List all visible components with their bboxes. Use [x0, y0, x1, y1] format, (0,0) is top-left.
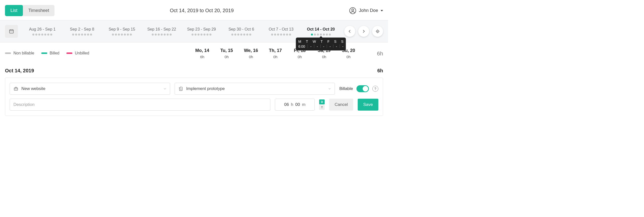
day-dot: [35, 33, 37, 35]
day-hours: 0h: [214, 55, 239, 59]
day-dot: [170, 33, 172, 35]
calendar-button[interactable]: [5, 25, 18, 38]
day-dot: [124, 33, 126, 35]
minutes-unit: m: [302, 102, 306, 107]
selected-date-heading: Oct 14, 2019: [5, 68, 34, 74]
view-list-button[interactable]: List: [5, 5, 23, 16]
day-label: Th, 17: [263, 48, 288, 53]
day-dot: [38, 33, 40, 35]
tooltip-day-label: S: [334, 39, 336, 43]
day-dot: [152, 33, 154, 35]
week-total-hours: 6h: [361, 50, 383, 57]
prev-week-button[interactable]: [344, 26, 355, 37]
billable-help-button[interactable]: ?: [372, 86, 378, 92]
time-mode-button[interactable]: T: [319, 105, 324, 110]
save-button[interactable]: Save: [358, 99, 378, 111]
day-dot: [84, 33, 86, 35]
week-slot-3[interactable]: Sep 16 - Sep 22: [142, 27, 182, 35]
week-day-dots: [182, 33, 222, 35]
week-slot-4[interactable]: Sep 23 - Sep 29: [182, 27, 222, 35]
week-tooltip: MTWTFSS6:00------: [296, 37, 346, 50]
day-dot: [280, 33, 282, 35]
swatch-non-billable: [5, 52, 11, 54]
checklist-icon: [178, 86, 183, 91]
day-dot: [200, 33, 202, 35]
time-entry-form: New website Implement prototype: [5, 78, 383, 116]
day-dot: [198, 33, 200, 35]
next-week-button[interactable]: [358, 26, 369, 37]
day-column-0[interactable]: Mo, 146h: [190, 48, 214, 59]
week-label: Sep 23 - Sep 29: [182, 27, 222, 31]
caret-down-icon: [380, 10, 383, 11]
day-dot: [127, 33, 129, 35]
description-input[interactable]: [10, 99, 270, 111]
briefcase-icon: [14, 86, 18, 91]
tooltip-day-value: -: [323, 44, 324, 48]
legend-non-billable-label: Non billable: [14, 51, 34, 55]
tooltip-day-label: T: [306, 39, 308, 43]
svg-point-1: [352, 9, 354, 11]
day-dot: [271, 33, 273, 35]
day-column-1[interactable]: Tu, 150h: [214, 48, 239, 59]
day-dot: [130, 33, 132, 35]
day-dot: [283, 33, 285, 35]
week-slot-0[interactable]: Aug 26 - Sep 1: [22, 27, 62, 35]
target-icon: [375, 29, 380, 33]
view-timesheet-button[interactable]: Timesheet: [23, 5, 54, 16]
chevron-right-icon: [362, 29, 366, 33]
user-menu[interactable]: John Doe: [349, 7, 383, 14]
billable-label: Billable: [339, 86, 353, 91]
tooltip-day-value: -: [330, 44, 331, 48]
day-dot: [164, 33, 166, 35]
week-day-dots: [222, 33, 261, 35]
billable-toggle[interactable]: [356, 85, 369, 92]
legend-billed: Billed: [41, 51, 60, 55]
day-dot: [81, 33, 83, 35]
duration-input[interactable]: 06 h 00 m: [275, 99, 315, 111]
week-label: Sep 16 - Sep 22: [142, 27, 182, 31]
week-label: Sep 2 - Sep 8: [62, 27, 102, 31]
user-name: John Doe: [359, 8, 378, 13]
day-dot: [155, 33, 157, 35]
day-dot: [192, 33, 194, 35]
week-slot-2[interactable]: Sep 9 - Sep 15: [102, 27, 142, 35]
week-navigator: Aug 26 - Sep 1Sep 2 - Sep 8Sep 9 - Sep 1…: [0, 20, 388, 42]
cancel-button[interactable]: Cancel: [329, 99, 353, 111]
day-dot: [231, 33, 233, 35]
day-dot: [289, 33, 291, 35]
day-column-2[interactable]: We, 160h: [239, 48, 263, 59]
week-day-dots: [142, 33, 182, 35]
week-slot-7[interactable]: Oct 14 - Oct 20MTWTFSS6:00------: [301, 27, 341, 35]
user-avatar-icon: [349, 7, 356, 14]
day-dot: [317, 33, 319, 35]
week-slot-6[interactable]: Oct 7 - Oct 13: [261, 27, 301, 35]
svg-point-4: [377, 31, 378, 31]
jump-to-today-button[interactable]: [372, 26, 383, 37]
duration-mode-button[interactable]: D: [319, 99, 324, 104]
day-dot: [320, 33, 322, 35]
legend-unbilled-label: Unbilled: [75, 51, 89, 55]
week-slot-1[interactable]: Sep 2 - Sep 8: [62, 27, 102, 35]
day-dot: [161, 33, 163, 35]
week-slot-5[interactable]: Sep 30 - Oct 6: [222, 27, 261, 35]
tooltip-day-value: -: [336, 44, 337, 48]
swatch-billed: [41, 52, 47, 54]
date-range-title: Oct 14, 2019 to Oct 20, 2019: [54, 8, 349, 13]
week-day-dots: [62, 33, 102, 35]
day-hours: 0h: [312, 55, 336, 59]
day-dot: [246, 33, 248, 35]
week-label: Aug 26 - Sep 1: [22, 27, 62, 31]
legend-unbilled: Unbilled: [66, 51, 89, 55]
day-dot: [167, 33, 169, 35]
day-dot: [323, 33, 325, 35]
tooltip-day-value: -: [310, 44, 312, 48]
day-dot: [115, 33, 117, 35]
day-dot: [87, 33, 89, 35]
project-select[interactable]: New website: [10, 83, 170, 95]
task-select[interactable]: Implement prototype: [174, 83, 335, 95]
day-dot: [277, 33, 279, 35]
day-dot: [32, 33, 34, 35]
week-label: Oct 7 - Oct 13: [261, 27, 301, 31]
day-column-3[interactable]: Th, 170h: [263, 48, 288, 59]
week-day-dots: [301, 33, 341, 35]
